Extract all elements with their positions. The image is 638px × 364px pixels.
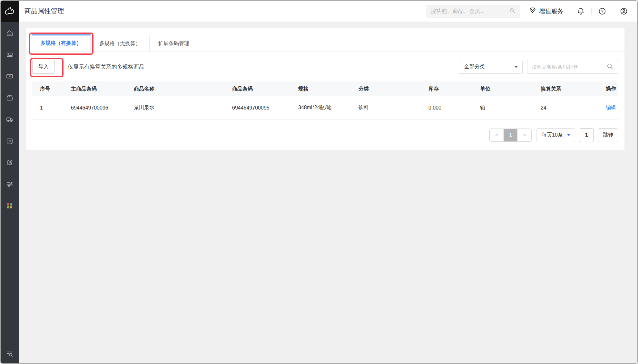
topbar-right: 增值服务 ?	[426, 5, 628, 18]
col-barcode: 商品条码	[232, 81, 298, 96]
cell-spec: 348ml*24瓶/箱	[298, 96, 358, 120]
category-select[interactable]: 全部分类	[459, 60, 523, 74]
tab-label: 多规格（无换算）	[99, 40, 141, 47]
cell-seq: 1	[32, 96, 71, 120]
main-area: 商品属性管理 增值服务	[19, 1, 637, 363]
col-unit: 单位	[480, 81, 541, 96]
divider	[570, 8, 570, 14]
category-select-value: 全部分类	[464, 63, 485, 70]
value-added-services[interactable]: 增值服务	[529, 6, 564, 16]
tab-bar: 多规格（有换算） 多规格（无换算） 扩展条码管理	[26, 28, 624, 52]
cell-name: 景田泉水	[134, 96, 232, 120]
next-page-button[interactable]: »	[517, 129, 531, 141]
sidebar-nav: ¥	[6, 29, 14, 210]
toolbar-hint: 仅显示有换算关系的多规格商品	[68, 63, 144, 71]
tab-label: 扩展条码管理	[158, 40, 189, 47]
col-main-barcode: 主商品条码	[71, 81, 134, 96]
products-table: 序号 主商品条码 商品名称 商品条码 规格 分类 库存 单位 换算关系 操作	[32, 81, 618, 120]
sidebar: ¥	[1, 1, 19, 363]
chevron-down-icon	[567, 134, 570, 136]
page-size-select[interactable]: 每页10条	[536, 128, 575, 142]
page-size-value: 每页10条	[542, 132, 563, 139]
page-title: 商品属性管理	[25, 7, 64, 15]
apps-grid-icon[interactable]	[6, 202, 14, 210]
content-area: 多规格（有换算） 多规格（无换算） 扩展条码管理 导入 仅显示有换算关系的多规格…	[19, 22, 637, 363]
toolbar-filters: 全部分类	[459, 60, 618, 74]
col-seq: 序号	[32, 81, 71, 96]
divider	[591, 8, 592, 14]
search-list-icon[interactable]	[6, 350, 14, 358]
library-icon[interactable]	[6, 159, 14, 167]
cell-unit: 箱	[480, 96, 541, 120]
cell-conversion: 24	[541, 96, 583, 120]
product-search[interactable]	[527, 60, 618, 74]
safe-icon[interactable]	[6, 137, 14, 145]
chevron-down-icon	[514, 66, 518, 68]
home-icon[interactable]	[6, 29, 14, 37]
divider	[613, 8, 613, 14]
col-spec: 规格	[298, 81, 358, 96]
tab-multispec-with-conversion[interactable]: 多规格（有换算）	[32, 34, 91, 52]
pager: « 1 »	[489, 129, 532, 142]
table-header-row: 序号 主商品条码 商品名称 商品条码 规格 分类 库存 单位 换算关系 操作	[32, 81, 618, 96]
global-search-input[interactable]	[431, 8, 509, 14]
col-category: 分类	[358, 81, 428, 96]
gem-badge-icon	[529, 6, 536, 16]
cell-barcode: 6944649700095	[232, 96, 298, 120]
sliders-icon[interactable]	[6, 180, 14, 188]
user-avatar-icon[interactable]	[619, 7, 628, 16]
svg-text:?: ?	[601, 9, 604, 14]
import-button[interactable]: 导入	[32, 60, 55, 74]
svg-text:¥: ¥	[9, 74, 11, 78]
edit-link[interactable]: 编辑	[606, 105, 616, 110]
pos-terminal-icon[interactable]	[6, 51, 14, 59]
money-icon[interactable]: ¥	[6, 72, 14, 80]
tab-extended-barcode[interactable]: 扩展条码管理	[150, 34, 198, 52]
app-window: ¥	[0, 0, 638, 364]
package-icon[interactable]	[6, 94, 14, 102]
leopard-logo	[1, 1, 19, 22]
pagination: « 1 » 每页10条 跳转	[32, 128, 618, 142]
truck-icon[interactable]	[6, 116, 14, 123]
tab-label: 多规格（有换算）	[40, 40, 82, 47]
cell-main-barcode: 6944649700096	[71, 96, 134, 120]
jump-button[interactable]: 跳转	[598, 128, 618, 142]
global-search[interactable]	[426, 5, 520, 18]
prev-page-button[interactable]: «	[490, 129, 504, 141]
vas-label: 增值服务	[539, 7, 564, 15]
tab-multispec-without-conversion[interactable]: 多规格（无换算）	[91, 34, 150, 52]
product-search-input[interactable]	[532, 64, 606, 70]
col-conversion: 换算关系	[541, 81, 583, 96]
jump-page-input[interactable]	[580, 128, 594, 142]
current-page[interactable]: 1	[504, 129, 517, 141]
col-actions: 操作	[583, 81, 618, 96]
col-stock: 库存	[428, 81, 480, 96]
toolbar: 导入 仅显示有换算关系的多规格商品 全部分类	[32, 60, 618, 74]
cell-stock: 0.000	[428, 96, 480, 120]
col-name: 商品名称	[134, 81, 232, 96]
bell-icon[interactable]	[576, 7, 585, 16]
topbar: 商品属性管理 增值服务	[19, 1, 637, 22]
table-row: 1 6944649700096 景田泉水 6944649700095 348ml…	[32, 96, 618, 120]
cell-category: 饮料	[358, 96, 428, 120]
help-icon[interactable]: ?	[598, 7, 607, 16]
search-icon	[606, 62, 614, 72]
content-card: 多规格（有换算） 多规格（无换算） 扩展条码管理 导入 仅显示有换算关系的多规格…	[26, 28, 624, 150]
search-icon	[509, 7, 516, 15]
